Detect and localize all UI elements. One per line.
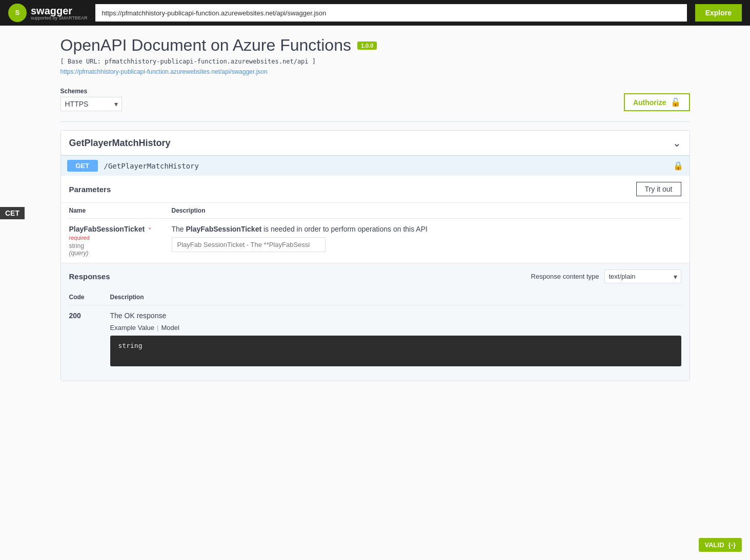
- param-location: (query): [69, 250, 172, 257]
- navbar: S swagger supported by SMARTBEAR Explore: [0, 0, 750, 26]
- swagger-subtitle: supported by SMARTBEAR: [31, 16, 87, 20]
- response-desc-text: The OK response: [110, 312, 681, 320]
- try-it-out-button[interactable]: Try it out: [636, 182, 681, 196]
- col-desc-header: Description: [172, 207, 681, 214]
- logo: S swagger supported by SMARTBEAR: [8, 4, 87, 22]
- desc-post: is needed in order to perform operations…: [261, 225, 428, 233]
- api-title-row: OpenAPI Document on Azure Functions 1.0.…: [60, 36, 690, 55]
- endpoint-path: /GetPlayerMatchHistory: [104, 162, 667, 170]
- params-header: Parameters Try it out: [61, 176, 690, 203]
- param-name: PlayFabSessionTicket: [69, 225, 145, 233]
- param-table: Name Description PlayFabSessionTicket * …: [61, 203, 690, 263]
- example-links: Example Value | Model: [110, 324, 681, 331]
- schemes-select[interactable]: HTTPS HTTP: [60, 97, 122, 111]
- responses-section: Responses Response content type text/pla…: [61, 263, 690, 381]
- responses-header: Responses Response content type text/pla…: [61, 263, 690, 289]
- cet-badge: CET: [0, 207, 25, 219]
- response-row: 200 The OK response Example Value | Mode…: [69, 305, 681, 372]
- endpoint-lock-icon: 🔒: [673, 161, 683, 171]
- authorize-button[interactable]: Authorize 🔓: [624, 93, 690, 111]
- content-type-select[interactable]: text/plain application/json: [604, 269, 681, 283]
- schemes-block: Schemes HTTPS HTTP: [60, 88, 122, 111]
- param-input-field[interactable]: [172, 237, 326, 252]
- code-value: string: [118, 342, 143, 349]
- api-title: OpenAPI Document on Azure Functions: [60, 36, 351, 55]
- section-divider: [60, 121, 690, 122]
- col-rdesc-header: Description: [110, 294, 681, 301]
- content-type-wrap: text/plain application/json: [604, 269, 681, 283]
- url-input[interactable]: [95, 4, 686, 22]
- method-badge: GET: [67, 160, 98, 172]
- svg-text:S: S: [15, 9, 20, 16]
- swagger-wordmark: swagger: [31, 6, 87, 16]
- params-section: Parameters Try it out Name Description P…: [61, 176, 690, 263]
- explore-button[interactable]: Explore: [695, 4, 742, 22]
- param-description: The PlayFabSessionTicket is needed in or…: [172, 225, 681, 233]
- param-type: string: [69, 242, 172, 250]
- endpoint-header[interactable]: GetPlayerMatchHistory ⌄: [61, 131, 690, 155]
- example-value-link[interactable]: Example Value: [110, 324, 154, 331]
- endpoint-title: GetPlayerMatchHistory: [69, 138, 171, 149]
- response-code: 200: [69, 312, 110, 320]
- param-desc-cell: The PlayFabSessionTicket is needed in or…: [172, 225, 681, 257]
- chevron-down-icon: ⌄: [673, 137, 681, 149]
- lock-icon: 🔓: [671, 97, 681, 107]
- example-sep: |: [157, 324, 158, 331]
- main-content: OpenAPI Document on Azure Functions 1.0.…: [52, 26, 698, 412]
- param-name-required: PlayFabSessionTicket * required: [69, 225, 172, 241]
- base-url: [ Base URL: pfmatchhistory-publicapi-fun…: [60, 58, 690, 65]
- schemes-select-wrap: HTTPS HTTP: [60, 97, 122, 111]
- content-type-row: Response content type text/plain applica…: [531, 269, 681, 283]
- schemes-authorize-row: Schemes HTTPS HTTP Authorize 🔓: [60, 88, 690, 111]
- content-type-label: Response content type: [531, 273, 599, 280]
- response-desc-cell: The OK response Example Value | Model st…: [110, 312, 681, 366]
- param-table-header: Name Description: [69, 203, 681, 219]
- col-name-header: Name: [69, 207, 172, 214]
- responses-title: Responses: [69, 272, 110, 281]
- param-name-cell: PlayFabSessionTicket * required string (…: [69, 225, 172, 257]
- schemes-label: Schemes: [60, 88, 122, 95]
- response-table: Code Description 200 The OK response Exa…: [61, 289, 690, 381]
- endpoint-section: GetPlayerMatchHistory ⌄ GET /GetPlayerMa…: [60, 130, 690, 381]
- get-row[interactable]: GET /GetPlayerMatchHistory 🔒: [61, 155, 690, 176]
- authorize-label: Authorize: [633, 98, 666, 107]
- logo-text-block: swagger supported by SMARTBEAR: [31, 6, 87, 20]
- swagger-json-link[interactable]: https://pfmatchhistory-publicapi-functio…: [60, 68, 268, 75]
- col-code-header: Code: [69, 294, 110, 301]
- model-link[interactable]: Model: [161, 324, 179, 331]
- params-title: Parameters: [69, 185, 111, 194]
- swagger-logo-circle: S: [8, 4, 27, 22]
- desc-bold: PlayFabSessionTicket: [186, 225, 262, 233]
- desc-pre: The: [172, 225, 186, 233]
- version-badge: 1.0.0: [357, 42, 377, 50]
- code-block: string: [110, 336, 681, 366]
- response-table-header: Code Description: [69, 289, 681, 305]
- param-row: PlayFabSessionTicket * required string (…: [69, 219, 681, 263]
- cet-label: CET: [5, 209, 19, 217]
